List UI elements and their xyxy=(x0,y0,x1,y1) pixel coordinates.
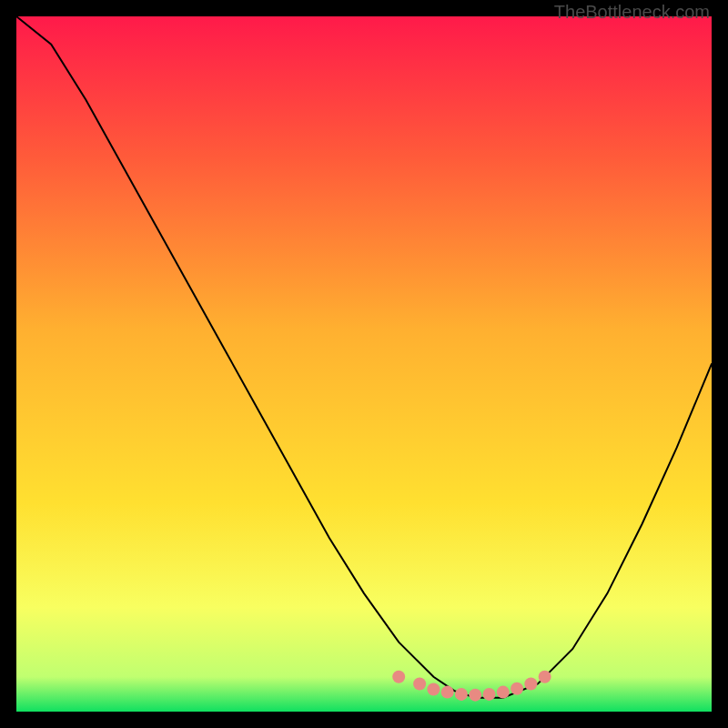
plot-area xyxy=(16,16,712,712)
marker-point xyxy=(539,671,551,683)
chart-svg xyxy=(16,16,712,712)
marker-point xyxy=(427,683,440,696)
marker-point xyxy=(511,682,523,695)
marker-point xyxy=(455,688,468,701)
chart-background xyxy=(16,16,712,712)
watermark-text: TheBottleneck.com xyxy=(554,2,710,23)
marker-point xyxy=(469,689,481,702)
marker-point xyxy=(413,677,426,690)
marker-point xyxy=(483,688,496,701)
marker-point xyxy=(497,686,510,699)
marker-point xyxy=(392,671,405,683)
marker-point xyxy=(441,686,454,699)
marker-point xyxy=(524,677,537,690)
chart-container: TheBottleneck.com xyxy=(0,0,728,728)
